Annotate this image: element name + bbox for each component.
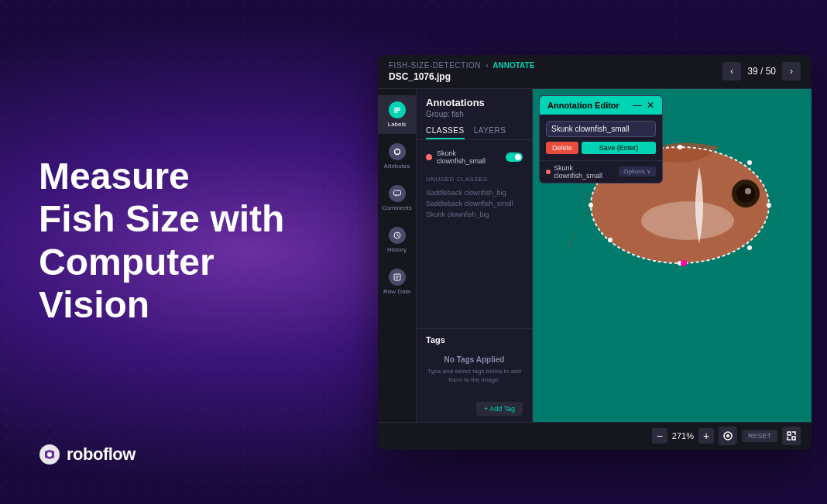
zoom-level: 271%	[672, 431, 694, 441]
editor-buttons: Delete Save (Enter)	[546, 142, 656, 154]
svg-point-13	[641, 201, 734, 240]
panel-header: Annotations Group: fish	[417, 89, 532, 123]
svg-point-25	[608, 238, 613, 242]
breadcrumb-page: ANNOTATE	[492, 61, 534, 70]
attributes-label: Attributes	[384, 163, 410, 170]
unused-item-3: Skunk clownfish_big	[426, 209, 523, 220]
sidebar-item-rawdata[interactable]: Raw Data	[378, 262, 416, 301]
tags-title: Tags	[426, 335, 523, 345]
sidebar-item-comments[interactable]: Comments	[378, 179, 416, 218]
rawdata-icon	[389, 269, 406, 286]
headline: Measure Fish Size with Computer Vision	[39, 155, 333, 326]
svg-point-28	[726, 434, 729, 437]
no-tags: No Tags Applied Type and select tags bel…	[426, 349, 523, 390]
headline-line3: Computer Vision	[39, 242, 214, 325]
annotation-name-input[interactable]	[546, 121, 656, 137]
panel-title: Annotations	[426, 97, 523, 108]
class-name: Skunk clownfish_small	[437, 149, 506, 165]
reset-button[interactable]: RESET	[742, 430, 777, 442]
no-tags-title: No Tags Applied	[426, 355, 523, 364]
sidebar-item-labels[interactable]: Labels	[378, 95, 416, 134]
svg-rect-4	[394, 111, 398, 113]
no-tags-text: Type and select tags below to add them t…	[426, 367, 523, 384]
prev-button[interactable]: ‹	[722, 62, 741, 81]
editor-body: Delete Save (Enter)	[540, 115, 662, 160]
add-tag-button[interactable]: + Add Tag	[476, 402, 523, 416]
rawdata-label: Raw Data	[383, 288, 410, 295]
svg-rect-29	[788, 432, 791, 435]
app-panel: FISH-SIZE-DETECTION › ANNOTATE DSC_1076.…	[378, 55, 812, 450]
class-dot	[426, 154, 432, 160]
tags-section: Tags No Tags Applied Type and select tag…	[417, 328, 532, 421]
editor-actions: — ✕	[633, 101, 654, 110]
unused-label: UNUSED CLASSES	[426, 176, 523, 183]
panel-subtitle: Group: fish	[426, 110, 523, 118]
unused-item-1: Saddleback clownfish_big	[426, 187, 523, 198]
svg-rect-2	[394, 108, 400, 109]
attributes-icon	[389, 143, 406, 160]
svg-rect-30	[792, 437, 795, 440]
svg-point-19	[589, 203, 593, 207]
roboflow-icon	[39, 444, 60, 465]
class-item-skunk: Skunk clownfish_small	[426, 146, 523, 168]
panel-area: Annotations Group: fish CLASSES LAYERS S…	[417, 89, 533, 422]
save-button[interactable]: Save (Enter)	[582, 142, 656, 154]
panel-tabs: CLASSES LAYERS	[417, 123, 532, 140]
canvas-area[interactable]: Annotation Editor — ✕ Delete Save (Enter…	[533, 89, 812, 422]
breadcrumb-project: FISH-SIZE-DETECTION	[389, 61, 481, 70]
svg-point-5	[394, 149, 400, 154]
svg-point-22	[747, 160, 752, 165]
fullscreen-button[interactable]	[782, 427, 801, 445]
tab-classes[interactable]: CLASSES	[426, 123, 465, 139]
svg-point-16	[745, 188, 751, 194]
svg-rect-9	[394, 274, 400, 280]
svg-point-26	[681, 260, 687, 266]
nav-controls: ‹ 39 / 50 ›	[722, 62, 801, 81]
svg-point-18	[767, 203, 771, 207]
logo-text: roboflow	[67, 444, 136, 465]
unused-item-2: Saddleback clownfish_small	[426, 198, 523, 209]
visibility-toggle[interactable]	[506, 153, 523, 162]
editor-title: Annotation Editor	[547, 101, 619, 110]
annotation-editor: Annotation Editor — ✕ Delete Save (Enter…	[539, 95, 663, 183]
svg-point-15	[736, 184, 755, 203]
sidebar-item-attributes[interactable]: Attributes	[378, 137, 416, 176]
options-button[interactable]: Options ∨	[619, 166, 656, 177]
annotation-item: Skunk clownfish_small Options ∨	[540, 160, 662, 183]
headline-line2: Fish Size with	[39, 198, 284, 239]
logo-area: roboflow	[39, 444, 136, 465]
panel-content: Skunk clownfish_small UNUSED CLASSES Sad…	[417, 140, 532, 329]
labels-icon	[389, 101, 406, 118]
minimize-editor-button[interactable]: —	[633, 101, 642, 110]
main-content: Labels Attributes Comments History	[378, 89, 812, 422]
zoom-plus-button[interactable]: +	[698, 428, 714, 444]
zoom-controls: − 271% + RESET	[652, 427, 801, 445]
breadcrumb-file: FISH-SIZE-DETECTION › ANNOTATE DSC_1076.…	[389, 61, 534, 82]
filename: DSC_1076.jpg	[389, 71, 534, 82]
editor-header: Annotation Editor — ✕	[540, 96, 662, 115]
svg-point-1	[47, 452, 52, 457]
sidebar-icons: Labels Attributes Comments History	[378, 89, 417, 422]
delete-button[interactable]: Delete	[546, 142, 578, 154]
tab-layers[interactable]: LAYERS	[474, 123, 506, 139]
annotation-item-name: Skunk clownfish_small	[554, 164, 616, 180]
history-icon	[389, 227, 406, 244]
svg-point-24	[747, 245, 752, 250]
breadcrumb: FISH-SIZE-DETECTION › ANNOTATE	[389, 61, 534, 70]
zoom-minus-button[interactable]: −	[652, 428, 667, 444]
nav-counter: 39 / 50	[747, 66, 776, 77]
close-editor-button[interactable]: ✕	[647, 101, 654, 110]
labels-label: Labels	[388, 121, 407, 128]
svg-point-20	[678, 145, 682, 149]
left-content: Measure Fish Size with Computer Vision	[39, 0, 333, 504]
next-button[interactable]: ›	[782, 62, 801, 81]
comments-label: Comments	[382, 204, 412, 211]
history-label: History	[387, 246, 407, 253]
bottom-bar: − 271% + RESET	[378, 422, 812, 450]
svg-rect-3	[394, 109, 400, 111]
pan-tool-button[interactable]	[719, 427, 737, 445]
top-bar: FISH-SIZE-DETECTION › ANNOTATE DSC_1076.…	[378, 55, 812, 89]
sidebar-item-history[interactable]: History	[378, 221, 416, 259]
headline-line1: Measure	[39, 156, 190, 197]
svg-rect-7	[393, 190, 400, 195]
